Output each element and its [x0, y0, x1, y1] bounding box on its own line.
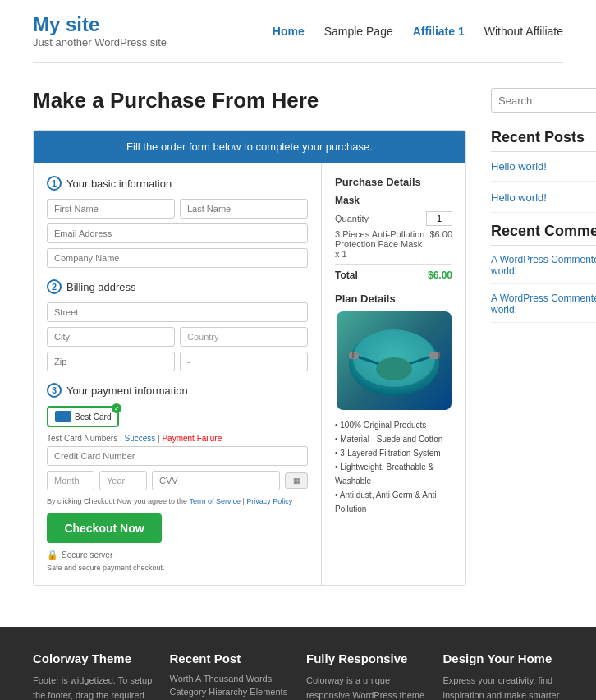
company-input[interactable] [47, 248, 308, 268]
section2-label: Billing address [66, 281, 136, 293]
feature-4: Lightweight, Breathable & Washable [335, 460, 452, 488]
secure-desc: Safe and secure payment checkout. [47, 564, 308, 572]
section3: 3 Your payment information Best Card ✓ T… [47, 383, 308, 572]
card-checkmark: ✓ [112, 403, 121, 413]
failure-link[interactable]: Payment Failure [162, 434, 222, 443]
section2-num: 2 [47, 279, 62, 294]
site-branding: My site Just another WordPress site [33, 13, 167, 48]
footer-col1-text: Footer is widgetized. To setup the foote… [33, 674, 154, 700]
feature-2: Material - Suede and Cotton [335, 432, 452, 446]
main-nav: Home Sample Page Affiliate 1 Without Aff… [273, 25, 563, 38]
street-row [47, 302, 308, 322]
mask-image [337, 311, 452, 410]
card-badge[interactable]: Best Card ✓ [47, 406, 119, 427]
svg-rect-6 [429, 352, 439, 359]
product-label: Mask [335, 195, 452, 206]
total-label: Total [335, 269, 358, 281]
footer-post-2[interactable]: Category Hierarchy Elements [170, 687, 291, 697]
cc-input[interactable] [47, 446, 308, 466]
footer-col-1: Colorway Theme Footer is widgetized. To … [33, 652, 154, 700]
privacy-link[interactable]: Privacy Policy [246, 497, 292, 505]
section2-title: 2 Billing address [47, 279, 308, 294]
terms-link[interactable]: Term of Service [189, 497, 241, 505]
nav-home[interactable]: Home [273, 25, 305, 38]
section3-label: Your payment information [66, 385, 188, 397]
sidebar-comment-2: A WordPress Commenter on Hello world! [491, 292, 596, 323]
plan-details-title: Plan Details [335, 292, 452, 305]
state-select[interactable]: - [180, 352, 308, 371]
city-input[interactable] [47, 327, 175, 347]
zip-input[interactable] [47, 352, 175, 371]
footer-col3-text: Colorway is a unique responsive WordPres… [306, 674, 427, 700]
footer-col3-title: Fully Responsive [306, 652, 427, 665]
total-row: Total $6.00 [335, 264, 452, 281]
sidebar-comment-1: A WordPress Commenter on Hello world! [491, 254, 596, 284]
cc-row [47, 446, 308, 466]
zip-row: - [47, 352, 308, 371]
checkout-button[interactable]: Checkout Now [47, 513, 162, 543]
checkout-container: Fill the order form below to complete yo… [33, 130, 466, 586]
first-name-input[interactable] [47, 199, 175, 219]
footer-post-1[interactable]: Worth A Thousand Words [170, 674, 291, 684]
feature-3: 3-Layered Filtration System [335, 446, 452, 460]
street-input[interactable] [47, 302, 308, 322]
sidebar-post-2[interactable]: Hello world! [491, 191, 596, 213]
sidebar-post-1[interactable]: Hello world! [491, 160, 596, 182]
feature-5: Anti dust, Anti Germ & Anti Pollution [335, 488, 452, 516]
secure-label: Secure server [62, 550, 112, 560]
nav-affiliate-1[interactable]: Affiliate 1 [413, 25, 465, 38]
footer-col4-title: Design Your Home [443, 652, 564, 665]
email-row [47, 223, 308, 243]
svg-point-4 [376, 357, 412, 380]
footer-col1-title: Colorway Theme [33, 652, 154, 665]
commenter-1[interactable]: A WordPress Commenter [491, 254, 596, 265]
site-name: My site [33, 13, 167, 36]
country-select[interactable]: Country [180, 327, 308, 347]
checkout-header: Fill the order form below to complete yo… [34, 131, 465, 163]
features-list: 100% Original Products Material - Suede … [335, 418, 452, 516]
main-content: Make a Purchase From Here Fill the order… [0, 63, 596, 610]
footer-col4-text: Express your creativity, find inspiratio… [443, 674, 564, 700]
total-price: $6.00 [428, 269, 452, 281]
product-name: 3 Pieces Anti-Pollution Protection Face … [335, 229, 425, 259]
nav-sample-page[interactable]: Sample Page [324, 25, 393, 38]
purchase-details-title: Purchase Details [335, 176, 452, 188]
site-tagline: Just another WordPress site [33, 36, 167, 48]
commenter-2[interactable]: A WordPress Commenter [491, 292, 596, 304]
success-link[interactable]: Success [124, 434, 155, 443]
product-price: $6.00 [429, 229, 452, 259]
cvv-icon: ▦ [285, 472, 308, 489]
search-box: 🔍 [491, 88, 596, 113]
section3-title: 3 Your payment information [47, 383, 308, 398]
card-label: Best Card [75, 412, 111, 421]
recent-posts-title: Recent Posts [491, 129, 596, 152]
footer-col-4: Design Your Home Express your creativity… [443, 652, 564, 700]
site-footer: Colorway Theme Footer is widgetized. To … [0, 627, 596, 700]
month-select[interactable]: Month [47, 471, 94, 490]
page-title: Make a Purchase From Here [33, 88, 466, 113]
email-input[interactable] [47, 223, 308, 243]
section1-label: Your basic information [66, 177, 172, 190]
city-country-row: Country [47, 327, 308, 347]
quantity-label: Quantity [335, 214, 369, 223]
footer-col2-title: Recent Post [170, 652, 291, 665]
search-input[interactable] [498, 94, 596, 107]
company-row [47, 248, 308, 268]
cvv-input[interactable] [152, 471, 280, 490]
last-name-input[interactable] [180, 199, 308, 219]
recent-comments-title: Recent Comments [491, 223, 596, 246]
expiry-row: Month Year ▦ [47, 471, 308, 490]
terms-text: By clicking Checkout Now you agree to th… [47, 497, 308, 505]
lock-icon: 🔒 [47, 550, 58, 560]
secure-row: 🔒 Secure server [47, 550, 308, 560]
product-row: 3 Pieces Anti-Pollution Protection Face … [335, 229, 452, 259]
checkout-left: 1 Your basic information [34, 163, 322, 585]
feature-1: 100% Original Products [335, 418, 452, 432]
quantity-input[interactable] [426, 211, 452, 226]
site-header: My site Just another WordPress site Home… [0, 0, 596, 62]
content-area: Make a Purchase From Here Fill the order… [33, 88, 466, 586]
footer-grid: Colorway Theme Footer is widgetized. To … [33, 652, 563, 700]
nav-without-affiliate[interactable]: Without Affiliate [484, 25, 563, 38]
year-select[interactable]: Year [99, 471, 147, 490]
test-card-label: Test Card Numbers : [47, 434, 122, 443]
